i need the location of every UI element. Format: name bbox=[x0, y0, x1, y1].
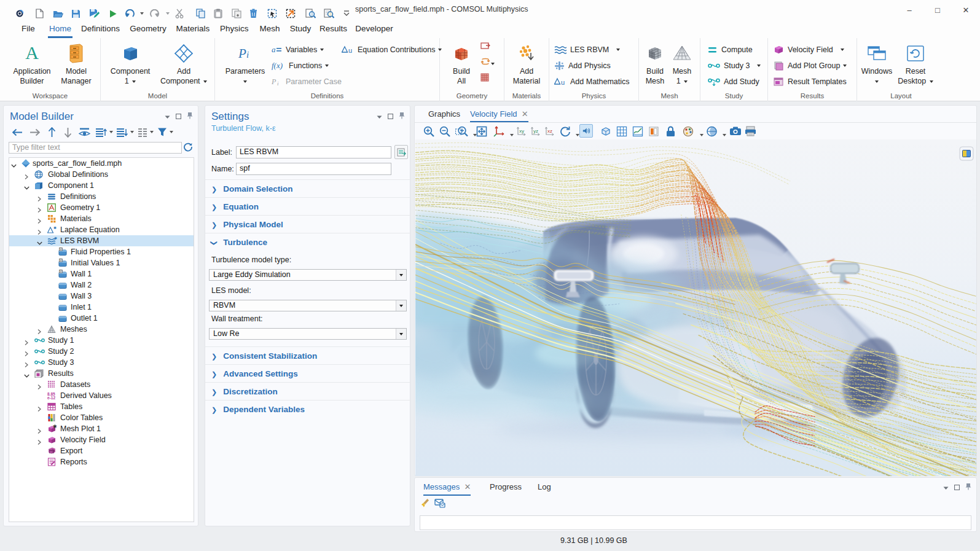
svg-text:i: i bbox=[277, 80, 279, 86]
svg-text:yz: yz bbox=[533, 128, 538, 134]
svg-text:✱: ✱ bbox=[53, 424, 57, 429]
svg-text:✱: ✱ bbox=[53, 226, 57, 230]
svg-text:i: i bbox=[246, 50, 249, 60]
svg-text:P: P bbox=[272, 77, 276, 86]
svg-text:e-12: e-12 bbox=[47, 396, 55, 400]
svg-text:f(x): f(x) bbox=[272, 61, 283, 70]
svg-text:a: a bbox=[272, 45, 276, 54]
svg-text:xy: xy bbox=[519, 128, 524, 134]
svg-text:u: u bbox=[348, 47, 352, 54]
svg-text:A: A bbox=[25, 43, 39, 63]
svg-text:xz: xz bbox=[547, 128, 552, 134]
svg-text:u: u bbox=[561, 79, 565, 86]
svg-text:P: P bbox=[238, 46, 246, 61]
svg-text:✱: ✱ bbox=[54, 236, 57, 240]
